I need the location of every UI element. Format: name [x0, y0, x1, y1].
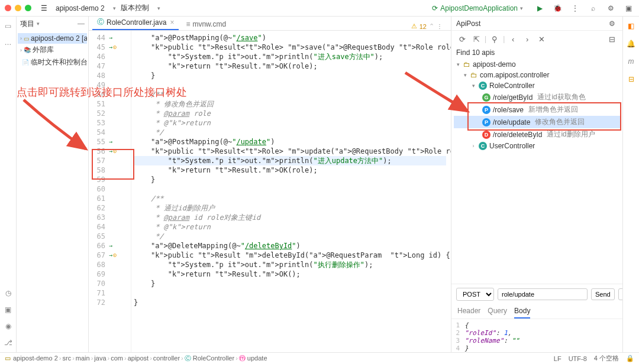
crumb[interactable]: apipost-demo 2	[13, 355, 58, 362]
database-tool-icon[interactable]: ⊟	[625, 73, 637, 85]
found-count: Find 10 apis	[451, 47, 622, 59]
tab-mvnw[interactable]: ≡mvnw.cmd	[181, 18, 231, 30]
tab-role-controller[interactable]: ⒸRoleController.java×	[92, 15, 179, 30]
crumb[interactable]: Ⓒ RoleController	[185, 355, 234, 362]
encoding[interactable]: UTF-8	[569, 355, 587, 362]
settings-icon[interactable]: ⚙	[605, 2, 617, 14]
req-tab-body[interactable]: Body	[514, 304, 530, 318]
todo-icon[interactable]: ◷	[2, 287, 14, 299]
search-everywhere[interactable]: ⌕	[587, 2, 599, 14]
crumb[interactable]: main	[76, 355, 90, 362]
req-tab-query[interactable]: Query	[488, 304, 507, 318]
line-sep[interactable]: LF	[554, 355, 561, 362]
maven-tool-icon[interactable]: m	[625, 56, 637, 67]
api-row-selected: P/role/update修改角色并返回	[454, 116, 620, 128]
crumb[interactable]: ⓜ update	[239, 355, 267, 362]
project-tree[interactable]: ›▭apipost-demo 2 [ap ›📚外部库 📄临时文件和控制台	[17, 31, 88, 71]
notification-icon[interactable]: 🔔	[625, 38, 637, 50]
minimize-icon[interactable]: —	[78, 20, 85, 28]
debug-button[interactable]: 🐞	[551, 2, 563, 14]
crumb[interactable]: java	[94, 355, 106, 362]
structure-tool-icon[interactable]: …	[2, 37, 14, 48]
apipost-settings-icon[interactable]: ⚙	[606, 18, 618, 30]
actions-icon[interactable]: ▣	[622, 2, 634, 14]
url-input[interactable]	[498, 288, 588, 300]
filter-icon[interactable]: ⚲	[489, 33, 501, 45]
send-button[interactable]: Send	[591, 288, 615, 300]
crumb[interactable]: com	[111, 355, 123, 362]
terminal-icon[interactable]: ▣	[2, 304, 14, 316]
crumb[interactable]: apipost	[128, 355, 149, 362]
project-panel-header: 项目▾ —	[17, 17, 88, 31]
crumb[interactable]: controller	[153, 355, 180, 362]
run-button[interactable]: ▶	[534, 2, 546, 14]
readonly-icon[interactable]: 🔒	[626, 355, 634, 362]
project-selector[interactable]: ☰apipost-demo 2▾	[38, 3, 118, 14]
req-tab-header[interactable]: Header	[457, 304, 480, 318]
method-select[interactable]: POST	[456, 288, 494, 301]
refresh-icon[interactable]: ⟳	[456, 33, 468, 45]
crumb[interactable]: src	[63, 355, 72, 362]
apipost-tool-icon[interactable]: ◧	[625, 20, 637, 32]
indent[interactable]: 4 个空格	[594, 354, 619, 363]
api-tree[interactable]: ▾🗀apipost-demo ▾🗀com.apipost.controller …	[451, 59, 622, 284]
vcs-selector[interactable]: 版本控制▾	[118, 2, 163, 14]
apipost-header: ApiPost ⚙	[451, 17, 622, 31]
problems-icon[interactable]: ◉	[2, 320, 14, 332]
back-icon[interactable]: ‹	[507, 33, 519, 45]
jump-icon[interactable]: ⇱	[470, 33, 482, 45]
run-config-selector[interactable]: ⟳ApipostDemoApplication▾	[427, 3, 528, 14]
inspection-badge[interactable]: ⚠12⌃ ⋮	[411, 22, 447, 30]
git-icon[interactable]: ⎇	[2, 337, 14, 349]
collapse-all-icon[interactable]: ⊟	[606, 33, 618, 45]
window-controls[interactable]	[5, 5, 31, 11]
project-tool-icon[interactable]: ▭	[2, 20, 14, 32]
more-actions[interactable]: ⋮	[569, 2, 581, 14]
close-icon[interactable]: ✕	[535, 33, 547, 45]
forward-icon[interactable]: ›	[521, 33, 533, 45]
